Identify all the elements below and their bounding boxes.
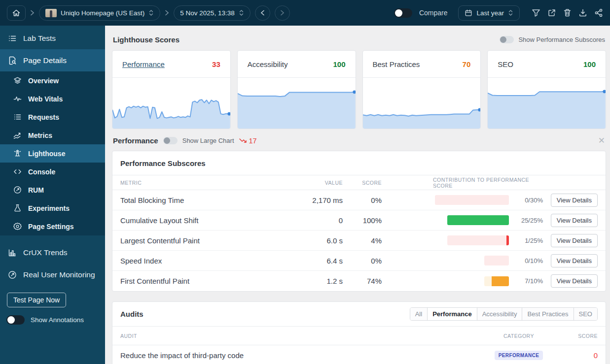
sidebar-item-requests[interactable]: Requests bbox=[0, 108, 105, 126]
col-category: CATEGORY bbox=[469, 333, 568, 339]
view-details-button[interactable]: View Details bbox=[551, 254, 598, 267]
test-date-selector[interactable]: 5 Nov 2025, 13:38 bbox=[174, 5, 250, 21]
trend-indicator: 17 bbox=[239, 137, 257, 145]
score-card: SEO 100 bbox=[487, 50, 606, 129]
audits-tab-all[interactable]: All bbox=[410, 308, 427, 320]
sidebar-item-label: Experiments bbox=[28, 204, 70, 212]
show-annotations-toggle[interactable] bbox=[6, 315, 25, 325]
sidebar-item-page-details[interactable]: Page Details bbox=[0, 49, 105, 71]
col-audit-score: SCORE bbox=[568, 333, 598, 339]
close-icon[interactable]: ✕ bbox=[598, 136, 605, 145]
metric-score: 100% bbox=[343, 216, 382, 225]
score-card: Best Practices 70 bbox=[362, 50, 481, 129]
page-details-subnav: Overview Web Vitals Requests Metrics Lig… bbox=[0, 71, 105, 235]
sidebar-item-label: Overview bbox=[28, 77, 59, 85]
sort-chevrons-icon bbox=[239, 9, 244, 16]
filter-button[interactable] bbox=[532, 8, 540, 17]
page-search-icon bbox=[8, 56, 17, 65]
subscore-row: Largest Contentful Paint 6.0 s 4% 1/25% … bbox=[112, 231, 606, 251]
sidebar-item-real-user-monitoring[interactable]: Real User Monitoring bbox=[0, 264, 105, 286]
show-performance-subscores-toggle[interactable] bbox=[500, 36, 514, 43]
compare-toggle[interactable] bbox=[394, 8, 412, 18]
next-test-button[interactable] bbox=[275, 5, 290, 21]
sidebar-item-crux-trends[interactable]: CrUX Trends bbox=[0, 241, 105, 264]
sidebar-item-lighthouse[interactable]: Lighthouse bbox=[0, 144, 105, 163]
sidebar-item-overview[interactable]: Overview bbox=[0, 71, 105, 90]
compare-label: Compare bbox=[419, 9, 448, 17]
metric-name: Total Blocking Time bbox=[120, 196, 283, 204]
sidebar-item-experiments[interactable]: Experiments bbox=[0, 199, 105, 217]
view-details-button[interactable]: View Details bbox=[551, 194, 598, 207]
external-link-icon bbox=[547, 8, 556, 17]
date-range-selector[interactable]: Last year bbox=[458, 5, 520, 21]
contribution-fraction: 7/10% bbox=[509, 277, 543, 285]
contribution-bar bbox=[435, 195, 509, 205]
audits-title: Audits bbox=[120, 310, 144, 318]
col-audit: AUDIT bbox=[120, 333, 469, 339]
metric-name: Cumulative Layout Shift bbox=[120, 216, 283, 225]
line-chart-icon bbox=[13, 131, 22, 139]
download-button[interactable] bbox=[578, 8, 587, 17]
home-icon bbox=[12, 8, 21, 17]
score-sparkline-chart bbox=[488, 78, 606, 129]
show-annotations-label: Show Annotations bbox=[31, 316, 84, 324]
view-details-button[interactable]: View Details bbox=[551, 234, 598, 247]
test-page-now-button[interactable]: Test Page Now bbox=[7, 293, 66, 307]
contribution-bar bbox=[484, 256, 509, 265]
audits-tab-performance[interactable]: Performance bbox=[427, 308, 476, 320]
audits-tab-group: AllPerformanceAccessibilityBest Practice… bbox=[410, 307, 598, 321]
show-large-chart-toggle[interactable] bbox=[163, 137, 178, 144]
sidebar-item-label: Requests bbox=[28, 113, 59, 121]
score-card-title: Best Practices bbox=[373, 60, 420, 68]
open-external-button[interactable] bbox=[547, 8, 556, 17]
contribution-fraction: 0/10% bbox=[509, 257, 543, 265]
download-icon bbox=[578, 8, 587, 17]
audits-card: Audits AllPerformanceAccessibilityBest P… bbox=[112, 301, 606, 364]
subscores-title: Performance Subscores bbox=[112, 151, 606, 175]
score-sparkline-chart bbox=[238, 78, 356, 129]
delete-button[interactable] bbox=[563, 8, 572, 17]
pulse-icon bbox=[13, 95, 22, 103]
share-button[interactable] bbox=[594, 8, 603, 17]
view-details-button[interactable]: View Details bbox=[551, 214, 598, 227]
flask-icon bbox=[13, 204, 22, 212]
performance-subscores-card: Performance Subscores METRIC VALUE SCORE… bbox=[112, 151, 606, 292]
subscore-row: Total Blocking Time 2,170 ms 0% 0/30% Vi… bbox=[112, 190, 606, 210]
subscore-row: First Contentful Paint 1.2 s 74% 7/10% V… bbox=[112, 271, 606, 291]
sort-chevrons-icon bbox=[508, 9, 513, 16]
metric-value: 0 bbox=[283, 216, 343, 225]
score-card-value: 70 bbox=[463, 60, 471, 68]
col-score: SCORE bbox=[343, 180, 382, 186]
sidebar-item-rum[interactable]: RUM bbox=[0, 181, 105, 199]
code-icon bbox=[13, 167, 22, 176]
contribution-fraction: 25/25% bbox=[509, 217, 543, 224]
subscores-table-header: METRIC VALUE SCORE CONTRIBUTION TO PERFO… bbox=[112, 175, 606, 190]
sidebar-item-web-vitals[interactable]: Web Vitals bbox=[0, 90, 105, 108]
score-sparkline-chart bbox=[112, 78, 230, 129]
audit-score: 0 bbox=[568, 351, 598, 360]
date-selector-label: 5 Nov 2025, 13:38 bbox=[180, 9, 234, 17]
page-selector[interactable]: Uniqlo Homepage (US East) bbox=[39, 5, 160, 21]
sidebar-item-console[interactable]: Console bbox=[0, 163, 105, 181]
sidebar-item-page-settings[interactable]: Page Settings bbox=[0, 217, 105, 235]
metric-score: 74% bbox=[343, 277, 382, 285]
score-card-title[interactable]: Performance bbox=[122, 60, 165, 68]
sidebar-item-metrics[interactable]: Metrics bbox=[0, 126, 105, 144]
show-performance-subscores-label: Show Performance Subscores bbox=[518, 36, 605, 43]
audits-tab-accessibility[interactable]: Accessibility bbox=[477, 308, 522, 320]
previous-test-button[interactable] bbox=[255, 5, 270, 21]
sidebar-item-label: Lab Tests bbox=[23, 34, 56, 43]
metric-score: 4% bbox=[343, 236, 382, 245]
home-button[interactable] bbox=[7, 5, 26, 21]
metric-name: First Contentful Paint bbox=[120, 277, 283, 285]
metric-name: Speed Index bbox=[120, 257, 283, 265]
sidebar-item-lab-tests[interactable]: Lab Tests bbox=[0, 27, 105, 49]
audits-tab-seo[interactable]: SEO bbox=[574, 308, 597, 320]
col-metric: METRIC bbox=[120, 180, 283, 186]
metric-value: 2,170 ms bbox=[283, 196, 343, 204]
audits-tab-best-practices[interactable]: Best Practices bbox=[522, 308, 573, 320]
view-details-button[interactable]: View Details bbox=[551, 274, 598, 288]
trending-down-icon bbox=[239, 137, 247, 144]
sidebar-item-label: RUM bbox=[28, 186, 44, 194]
sidebar-item-label: Lighthouse bbox=[28, 150, 65, 158]
